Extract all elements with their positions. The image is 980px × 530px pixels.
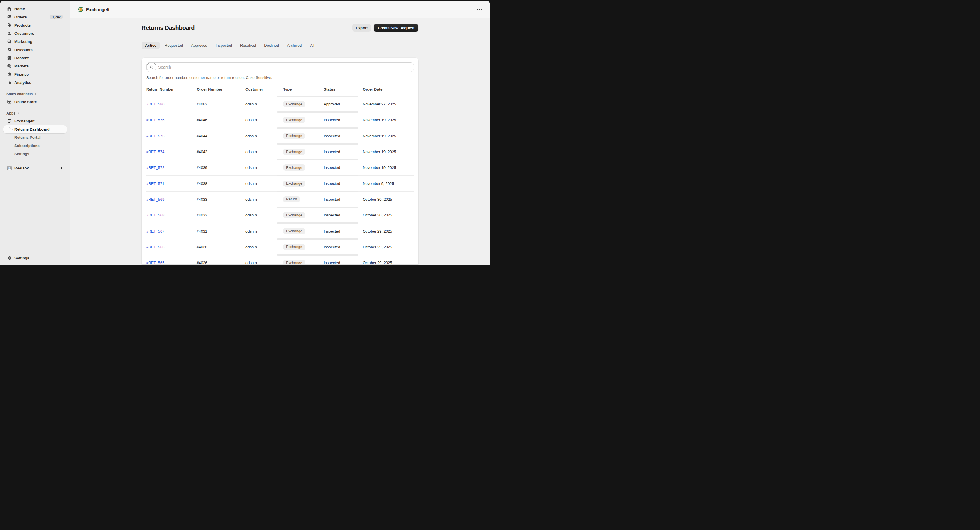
table-row: #RET_575 #4044 ddsn n Exchange Inspected… xyxy=(146,128,414,144)
tab-inspected[interactable]: Inspected xyxy=(212,42,235,49)
type-badge: Exchange xyxy=(283,212,305,218)
customer-cell: ddsn n xyxy=(245,150,283,154)
sidebar-item-subscriptions[interactable]: Subscriptions xyxy=(3,142,67,150)
customer-cell: ddsn n xyxy=(245,182,283,186)
status-cell: Inspected xyxy=(324,213,363,217)
status-cell: Approved xyxy=(324,102,363,106)
content-icon xyxy=(7,56,12,60)
tab-approved[interactable]: Approved xyxy=(188,42,211,49)
sidebar-item-online-store[interactable]: Online Store xyxy=(3,97,67,106)
admin-window: Home Orders 1,742 Products Customers Mar… xyxy=(0,0,490,265)
column-header-order-date: Order Date xyxy=(363,87,414,91)
orders-icon xyxy=(7,14,12,19)
type-badge: Exchange xyxy=(283,133,305,139)
gear-icon xyxy=(7,255,12,260)
main-content: ExchangeIt Returns Dashboard Export Crea… xyxy=(70,1,490,265)
sidebar-item-label: Online Store xyxy=(14,100,37,104)
return-number-link[interactable]: #RET_576 xyxy=(146,118,164,122)
chevron-right-icon xyxy=(17,112,20,115)
tree-connector-arrow-icon xyxy=(12,128,13,130)
apps-section[interactable]: Apps xyxy=(0,110,70,117)
return-number-link[interactable]: #RET_565 xyxy=(146,260,164,264)
table-row: #RET_572 #4039 ddsn n Exchange Inspected… xyxy=(146,160,414,176)
bar-chart-icon xyxy=(7,80,12,85)
sidebar-item-label: Content xyxy=(14,56,29,60)
return-number-link[interactable]: #RET_567 xyxy=(146,229,164,233)
sidebar-item-label: Customers xyxy=(14,31,34,36)
tab-resolved[interactable]: Resolved xyxy=(237,42,259,49)
type-badge: Return xyxy=(283,196,300,203)
search-helper-text: Search for order number, customer name o… xyxy=(146,75,414,80)
sidebar-item-label: Settings xyxy=(14,152,29,156)
table-row: #RET_576 #4046 ddsn n Exchange Inspected… xyxy=(146,112,414,128)
column-header-customer: Customer xyxy=(245,87,283,91)
sidebar: Home Orders 1,742 Products Customers Mar… xyxy=(0,1,70,265)
status-cell: Inspected xyxy=(324,165,363,170)
type-badge: Exchange xyxy=(283,244,305,250)
return-number-link[interactable]: #RET_568 xyxy=(146,213,164,217)
storefront-icon xyxy=(7,99,12,104)
customer-cell: ddsn n xyxy=(245,245,283,249)
sidebar-item-content[interactable]: Content xyxy=(3,54,67,62)
return-number-link[interactable]: #RET_574 xyxy=(146,150,164,154)
tab-all[interactable]: All xyxy=(306,42,318,49)
marketing-icon xyxy=(7,39,12,44)
app-frame: Home Orders 1,742 Products Customers Mar… xyxy=(0,1,490,265)
title-row: Returns Dashboard Export Create New Requ… xyxy=(142,24,418,32)
return-number-link[interactable]: #RET_566 xyxy=(146,245,164,249)
column-header-type: Type xyxy=(283,87,324,91)
return-number-link[interactable]: #RET_580 xyxy=(146,102,164,106)
sidebar-item-finance[interactable]: Finance xyxy=(3,70,67,78)
sales-channels-section[interactable]: Sales channels xyxy=(0,91,70,97)
sidebar-item-app-settings[interactable]: Settings xyxy=(3,150,67,158)
sidebar-item-returns-portal[interactable]: Returns Portal xyxy=(3,134,67,141)
returns-card: Search for order number, customer name o… xyxy=(142,57,418,264)
sidebar-item-returns-dashboard[interactable]: Returns Dashboard xyxy=(3,125,67,133)
return-number-link[interactable]: #RET_575 xyxy=(146,134,164,138)
order-number-cell: #4062 xyxy=(197,102,245,106)
sidebar-item-label: Discounts xyxy=(14,48,33,52)
return-number-link[interactable]: #RET_569 xyxy=(146,197,164,201)
order-number-cell: #4026 xyxy=(197,260,245,264)
sidebar-item-analytics[interactable]: Analytics xyxy=(3,78,67,86)
sidebar-item-exchangeit[interactable]: ExchangeIt xyxy=(3,117,67,125)
sidebar-item-discounts[interactable]: Discounts xyxy=(3,46,67,54)
status-cell: Inspected xyxy=(324,134,363,138)
sidebar-item-label: ReelTok xyxy=(14,166,29,170)
search-input[interactable] xyxy=(156,65,414,70)
type-badge: Exchange xyxy=(283,149,305,155)
create-new-request-button[interactable]: Create New Request xyxy=(374,24,418,32)
table-header-row: Return Number Order Number Customer Type… xyxy=(146,82,414,96)
sidebar-item-label: Orders xyxy=(14,15,27,19)
type-badge: Exchange xyxy=(283,101,305,107)
order-date-cell: November 9, 2025 xyxy=(363,182,414,186)
search-icon xyxy=(147,63,156,71)
tab-active[interactable]: Active xyxy=(142,42,160,49)
sidebar-item-label: Markets xyxy=(14,64,29,69)
overflow-menu-button[interactable] xyxy=(476,7,483,12)
sidebar-item-home[interactable]: Home xyxy=(3,5,67,13)
sidebar-item-products[interactable]: Products xyxy=(3,21,67,29)
tab-archived[interactable]: Archived xyxy=(284,42,305,49)
order-date-cell: October 29, 2025 xyxy=(363,245,414,249)
sidebar-item-markets[interactable]: $ Markets xyxy=(3,62,67,70)
order-date-cell: October 29, 2025 xyxy=(363,229,414,233)
type-badge: Exchange xyxy=(283,260,305,264)
sidebar-item-customers[interactable]: Customers xyxy=(3,29,67,37)
table-row: #RET_565 #4026 ddsn n Exchange Inspected… xyxy=(146,255,414,264)
sidebar-item-orders[interactable]: Orders 1,742 xyxy=(3,13,67,21)
sidebar-item-settings[interactable]: Settings xyxy=(3,254,67,262)
sidebar-item-marketing[interactable]: Marketing xyxy=(3,37,67,46)
sidebar-item-label: Finance xyxy=(14,72,29,77)
return-number-link[interactable]: #RET_572 xyxy=(146,165,164,170)
status-cell: Inspected xyxy=(324,245,363,249)
order-number-cell: #4042 xyxy=(197,150,245,154)
order-number-cell: #4033 xyxy=(197,197,245,201)
sidebar-item-reeltok[interactable]: R ReelTok xyxy=(3,164,67,172)
tab-declined[interactable]: Declined xyxy=(261,42,283,49)
tab-requested[interactable]: Requested xyxy=(161,42,186,49)
table-row: #RET_574 #4042 ddsn n Exchange Inspected… xyxy=(146,144,414,160)
export-button[interactable]: Export xyxy=(352,24,371,32)
return-number-link[interactable]: #RET_571 xyxy=(146,182,164,186)
sidebar-item-label: Settings xyxy=(14,256,29,260)
